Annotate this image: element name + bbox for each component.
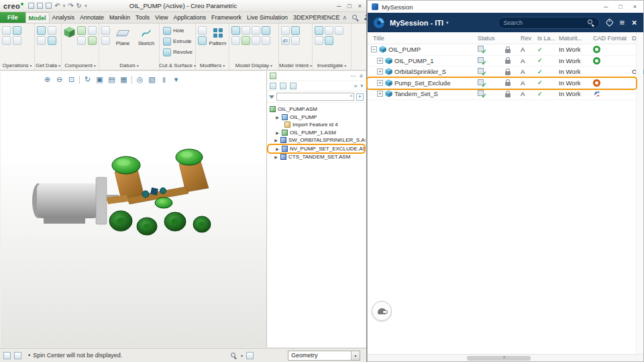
tab-view[interactable]: View <box>152 12 170 23</box>
scrollbar-thumb[interactable] <box>467 356 531 361</box>
family-table-icon[interactable] <box>281 26 290 35</box>
tab-tools[interactable]: Tools <box>133 12 152 23</box>
display-extra-icon[interactable] <box>262 36 270 45</box>
component-extra-icon[interactable] <box>77 26 86 35</box>
investigate-group-label[interactable]: Investigate▾ <box>313 61 351 70</box>
tree-column-view-icon[interactable] <box>290 83 297 89</box>
get-data-group-label[interactable]: Get Data▾ <box>35 61 61 70</box>
repaint-icon[interactable]: ↻ <box>83 75 93 85</box>
search-input[interactable] <box>503 19 584 26</box>
spin-center-icon[interactable]: ◎ <box>135 75 145 85</box>
table-row[interactable]: + OIL_PUMP_1 A ✓ In Work <box>368 56 636 67</box>
parameters-icon[interactable] <box>291 26 300 35</box>
perspective-icon[interactable] <box>252 36 260 45</box>
display-style-icon[interactable]: ▣ <box>95 75 105 85</box>
tree-item[interactable]: ▶ SW_ORBITALSPRINKLER_S.ASM <box>267 136 366 144</box>
column-maturity[interactable]: Maturit... <box>559 32 582 44</box>
table-row[interactable]: − OIL_PUMP A ✓ In Work <box>368 44 636 56</box>
expander-icon[interactable]: ▶ <box>274 154 278 159</box>
component-extra3-icon[interactable] <box>88 26 97 35</box>
expand-button[interactable]: + <box>377 69 383 75</box>
expander-icon[interactable]: ▶ <box>275 130 280 135</box>
sketch-button[interactable]: Sketch <box>136 26 157 46</box>
datum-group-label[interactable]: Datum▾ <box>99 61 159 70</box>
saved-orientations-icon[interactable]: ▤ <box>107 75 117 85</box>
hole-button[interactable]: Hole <box>162 26 185 36</box>
component-group-label[interactable]: Component▾ <box>62 61 99 70</box>
assistant-button[interactable] <box>372 301 392 321</box>
pattern-button[interactable]: Pattern <box>209 26 227 46</box>
expand-button[interactable]: + <box>377 58 383 64</box>
app-title[interactable]: MySession - ITI ▾ <box>390 19 449 27</box>
extrude-button[interactable]: Extrude <box>162 36 193 46</box>
close-button[interactable]: × <box>633 3 637 10</box>
reference-viewer-icon[interactable] <box>325 26 333 35</box>
import-icon[interactable] <box>37 26 46 35</box>
3d-viewport[interactable]: ⊕ ⊖ ⊡ ↻ ▣ ▤ ▦ ◎ ▧ ‖ ▾ <box>1 71 266 347</box>
expander-icon[interactable]: ▶ <box>274 138 278 142</box>
toolbar-more-icon[interactable]: ▾ <box>171 75 181 85</box>
tree-item[interactable]: ▶ OIL_PUMP_1.ASM <box>267 129 366 137</box>
tree-detail-view-icon[interactable] <box>280 83 286 89</box>
model-display-group-label[interactable]: Model Display▾ <box>229 61 278 70</box>
cut-surface-group-label[interactable]: Cut & Surface▾ <box>160 61 195 70</box>
measure-icon[interactable] <box>325 36 333 45</box>
undo-icon[interactable]: ↶ <box>54 3 60 9</box>
command-search-icon[interactable] <box>352 14 359 21</box>
annotations-toggle-icon[interactable] <box>14 352 21 359</box>
datum-display-icon[interactable]: ▦ <box>119 75 129 85</box>
chevron-down-icon[interactable]: ▾ <box>351 351 360 360</box>
get-data-extra3-icon[interactable] <box>48 36 56 45</box>
mirror-icon[interactable] <box>198 26 207 35</box>
tree-item[interactable]: ▶ CTS_TANDEM_SET.ASM <box>267 153 366 161</box>
horizontal-scrollbar[interactable]: ∧ <box>368 354 643 361</box>
appearance-icon[interactable] <box>262 26 270 35</box>
search-model-icon[interactable] <box>335 26 343 35</box>
maximize-button[interactable]: □ <box>619 3 622 10</box>
axis-icon[interactable] <box>101 26 110 35</box>
expander-icon[interactable]: ▶ <box>275 146 280 151</box>
annotation-display-icon[interactable]: ▧ <box>147 75 157 85</box>
open-file-icon[interactable] <box>37 3 43 9</box>
expand-panel-chevron-icon[interactable]: ∧ <box>502 355 506 360</box>
table-row[interactable]: + OrbitalSprinkler_S A ✓ In Work Orbi <box>368 66 636 78</box>
tab-model[interactable]: Model <box>25 12 50 23</box>
minimize-button[interactable]: ─ <box>604 3 608 10</box>
tab-framework[interactable]: Framework <box>209 12 244 23</box>
tree-item[interactable]: Import Feature id 4 <box>267 121 366 129</box>
copy-icon[interactable] <box>2 36 11 45</box>
regenerate-icon[interactable]: ↻ <box>76 3 82 9</box>
hidden-line-icon[interactable] <box>252 26 260 35</box>
maximize-button[interactable]: □ <box>347 3 351 9</box>
collapse-button[interactable]: − <box>371 46 377 52</box>
merge-icon[interactable] <box>198 36 207 45</box>
oil-pump-3d-model[interactable] <box>26 130 241 248</box>
column-title[interactable]: Title <box>373 32 384 44</box>
wireframe-icon[interactable] <box>241 26 250 35</box>
revolve-button[interactable]: Revolve <box>162 47 194 57</box>
refit-icon[interactable]: ⊡ <box>66 75 76 85</box>
component-extra4-icon[interactable] <box>88 36 97 45</box>
operations-group-label[interactable]: Operations▾ <box>0 61 34 70</box>
column-status[interactable]: Status <box>478 32 495 44</box>
modifiers-group-label[interactable]: Modifiers▾ <box>196 61 229 70</box>
clear-filter-icon[interactable]: × <box>350 93 353 99</box>
expander-icon[interactable]: ▶ <box>275 115 280 120</box>
model-intent-group-label[interactable]: Model Intent▾ <box>279 61 312 70</box>
find-tool-icon[interactable] <box>230 352 237 359</box>
plane-button[interactable]: Plane <box>112 26 133 46</box>
tree-tab-icon[interactable] <box>270 73 276 79</box>
get-data-extra2-icon[interactable] <box>48 26 56 35</box>
search-icon[interactable] <box>587 19 594 26</box>
tree-item-highlighted[interactable]: ▶ NV_PUMP_SET_EXCLUDE.ASM <box>268 145 364 153</box>
chevron-down-icon[interactable]: ▾ <box>241 353 243 358</box>
expand-button[interactable]: + <box>377 80 383 86</box>
selection-filter-select[interactable]: Geometry ▾ <box>288 351 360 361</box>
undo-menu-icon[interactable]: ▾ <box>63 3 66 8</box>
tab-file[interactable]: File <box>0 12 25 23</box>
tree-item[interactable]: ▶ OIL_PUMP <box>267 114 366 122</box>
tag-icon[interactable] <box>606 18 614 27</box>
tree-expand-more-icon[interactable]: » <box>354 83 357 89</box>
search-box[interactable] <box>498 17 600 29</box>
point-icon[interactable] <box>101 36 110 45</box>
